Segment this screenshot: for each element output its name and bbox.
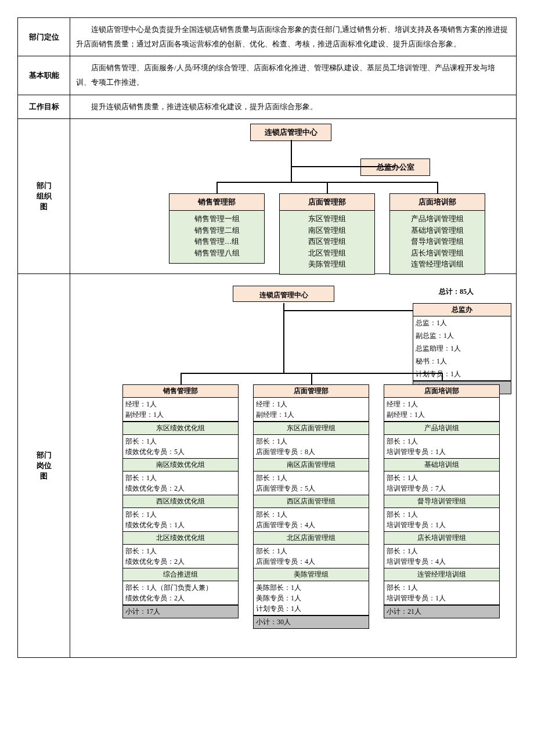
row-label-goal: 工作目标 — [18, 95, 70, 119]
pos-dept-training: 店面培训部 经理：1人 副经理：1人 产品培训组 部长：1人培训管理专员：1人 … — [384, 384, 500, 618]
org-dept-sales-subs: 销售管理一组 销售管理二组 销售管理…组 销售管理八组 — [169, 210, 265, 264]
row-text-position: 连锁店管理中心是负责提升全国连锁店销售质量与店面综合形象的责任部门,通过销售分析… — [70, 18, 517, 56]
position-chart: 连锁店管理中心 总计：85人 总监办 总监：1人 副总监：1人 总监助理：1人 … — [73, 280, 513, 651]
row-label-function: 基本职能 — [18, 56, 70, 95]
org-dept-store-subs: 东区管理组 南区管理组 西区管理组 北区管理组 美陈管理组 — [279, 210, 375, 275]
org-chart-cell: 连锁店管理中心 总监办公室 销售管理部 销售管理一组 销售管理二组 销售管理…组 — [70, 119, 517, 274]
org-dept-training: 店面培训部 产品培训管理组 基础培训管理组 督导培训管理组 店长培训管理组 连管… — [389, 193, 485, 275]
row-label-org-chart: 部门 组织 图 — [18, 119, 70, 274]
org-chart: 连锁店管理中心 总监办公室 销售管理部 销售管理一组 销售管理二组 销售管理…组 — [76, 124, 510, 269]
org-dept-store: 店面管理部 东区管理组 南区管理组 西区管理组 北区管理组 美陈管理组 — [279, 193, 375, 275]
document-table: 部门定位 连锁店管理中心是负责提升全国连锁店销售质量与店面综合形象的责任部门,通… — [17, 17, 517, 658]
position-chart-cell: 连锁店管理中心 总计：85人 总监办 总监：1人 副总监：1人 总监助理：1人 … — [70, 274, 517, 658]
pos-office-box: 总监办 总监：1人 副总监：1人 总监助理：1人 秘书：1人 计划专员：1人 小… — [413, 303, 511, 394]
row-label-position-chart: 部门 岗位 图 — [18, 274, 70, 658]
pos-root: 连锁店管理中心 — [233, 286, 334, 302]
org-dept-sales: 销售管理部 销售管理一组 销售管理二组 销售管理…组 销售管理八组 — [169, 193, 265, 264]
pos-dept-store: 店面管理部 经理：1人 副经理：1人 东区店面管理组 部长：1人店面管理专员：8… — [253, 384, 369, 629]
row-text-goal: 提升连锁店销售质量，推进连锁店标准化建设，提升店面综合形象。 — [70, 95, 517, 119]
pos-dept-sales: 销售管理部 经理：1人 副经理：1人 东区绩效优化组 部长：1人绩效优化专员：5… — [122, 384, 239, 618]
org-dept-training-subs: 产品培训管理组 基础培训管理组 督导培训管理组 店长培训管理组 连管经理培训组 — [389, 210, 485, 275]
pos-total: 总计：85人 — [413, 287, 500, 297]
row-text-function: 店面销售管理、店面服务/人员/环境的综合管理、店面标准化推进、管理梯队建设、基层… — [70, 56, 517, 95]
row-label-position: 部门定位 — [18, 18, 70, 56]
org-office: 总监办公室 — [360, 159, 430, 176]
org-root: 连锁店管理中心 — [250, 124, 331, 141]
